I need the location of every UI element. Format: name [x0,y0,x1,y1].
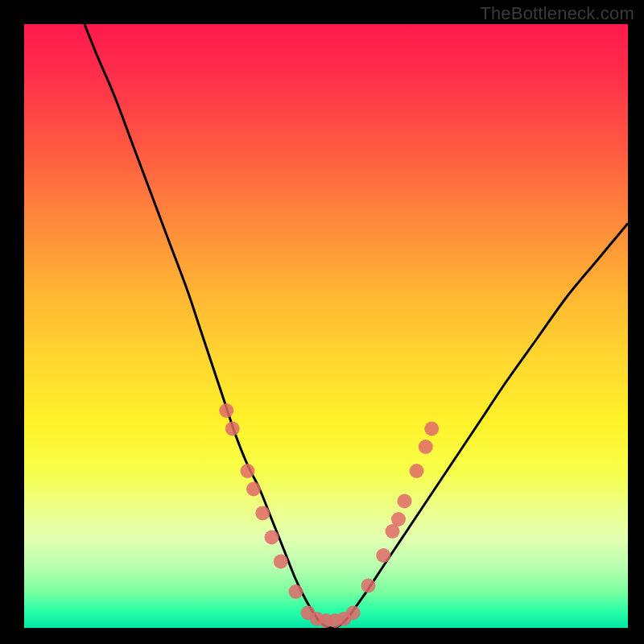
data-dot [255,506,270,521]
data-dot [289,584,303,599]
chart-frame: TheBottleneck.com [0,0,644,644]
plot-area [24,24,628,628]
data-dot [391,512,406,526]
data-dot [419,440,433,454]
data-dot [346,605,361,620]
bottleneck-curve [85,24,628,628]
data-dot [225,422,240,436]
watermark-text: TheBottleneck.com [480,3,634,24]
data-dot [361,579,376,593]
data-dot [246,482,261,497]
curve-layer [24,24,628,628]
data-dot [424,422,439,436]
data-dot [398,494,412,509]
data-dot [219,403,233,418]
data-dot [265,530,279,545]
data-dot [274,555,288,569]
data-dot [241,464,255,478]
data-dot [410,464,424,478]
data-dot [376,548,390,563]
